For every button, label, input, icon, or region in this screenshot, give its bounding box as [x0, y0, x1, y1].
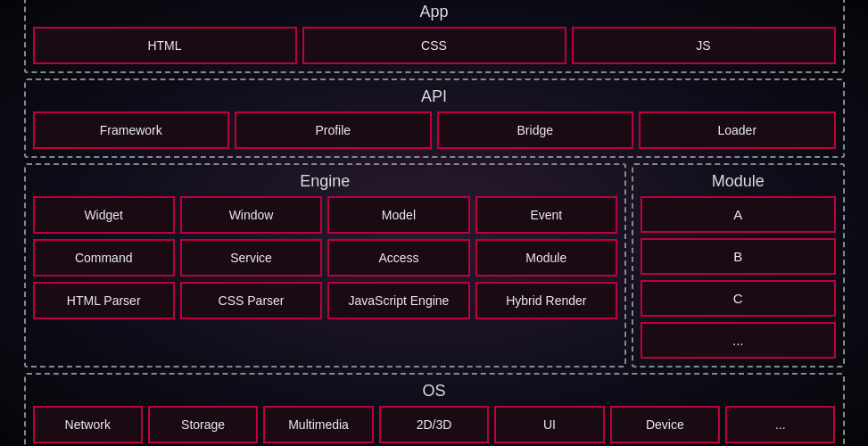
cell-html: HTML [33, 27, 297, 64]
cell-profile: Profile [235, 112, 432, 149]
engine-row-2: Command Service Access Module [33, 239, 618, 277]
os-label: OS [33, 382, 836, 401]
cell-js: JS [572, 27, 836, 64]
cell-network: Network [33, 406, 143, 443]
cell-bridge: Bridge [437, 112, 634, 149]
os-row: Network Storage Multimedia 2D/3D UI Devi… [33, 406, 836, 443]
cell-module-a: A [641, 196, 836, 233]
api-section: API Framework Profile Bridge Loader [24, 78, 845, 158]
module-section: Module A B C ... [632, 163, 845, 368]
cell-js-engine: JavaScript Engine [327, 282, 469, 319]
os-section: OS Network Storage Multimedia 2D/3D UI D… [24, 373, 845, 446]
cell-css: CSS [302, 27, 566, 64]
cell-2d3d: 2D/3D [379, 406, 489, 443]
app-row: HTML CSS JS [33, 27, 836, 64]
cell-module-dots: ... [641, 322, 836, 359]
engine-row-1: Widget Window Model Event [33, 196, 618, 234]
cell-storage: Storage [148, 406, 258, 443]
cell-module-c: C [641, 280, 836, 317]
cell-device: Device [610, 406, 720, 443]
cell-service: Service [180, 239, 322, 277]
cell-multimedia: Multimedia [263, 406, 373, 443]
cell-command: Command [33, 239, 175, 277]
cell-css-parser: CSS Parser [180, 282, 322, 319]
cell-model: Model [327, 196, 469, 234]
cell-ui: UI [494, 406, 604, 443]
engine-label: Engine [33, 172, 618, 191]
engine-row-3: HTML Parser CSS Parser JavaScript Engine… [33, 282, 618, 319]
architecture-diagram: App HTML CSS JS API Framework Profile Br… [24, 0, 845, 446]
cell-access: Access [327, 239, 469, 277]
cell-module-b: B [641, 238, 836, 275]
cell-framework: Framework [33, 112, 230, 149]
api-row: Framework Profile Bridge Loader [33, 112, 836, 149]
cell-loader: Loader [639, 112, 836, 149]
module-label: Module [641, 172, 836, 191]
cell-html-parser: HTML Parser [33, 282, 175, 319]
cell-os-dots: ... [725, 406, 835, 443]
module-col: A B C ... [641, 196, 836, 359]
cell-window: Window [180, 196, 322, 234]
cell-hybrid-render: Hybrid Render [475, 282, 617, 319]
middle-section: Engine Widget Window Model Event Command… [24, 163, 845, 368]
app-section: App HTML CSS JS [24, 0, 845, 73]
app-label: App [33, 3, 836, 21]
cell-event: Event [475, 196, 617, 234]
cell-module: Module [475, 239, 617, 277]
engine-section: Engine Widget Window Model Event Command… [24, 163, 627, 368]
api-label: API [33, 87, 836, 106]
cell-widget: Widget [33, 196, 175, 234]
